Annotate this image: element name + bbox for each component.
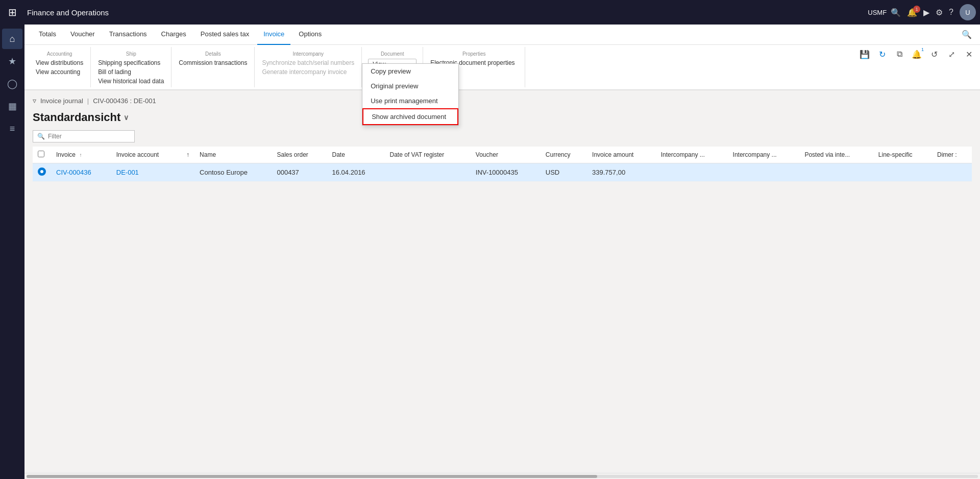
sidebar-item-recent[interactable]: ◯ xyxy=(2,74,22,94)
row-date: 16.04.2016 xyxy=(327,163,385,182)
refresh-toolbar-icon[interactable]: ↻ xyxy=(875,47,889,61)
breadcrumb-value: CIV-000436 : DE-001 xyxy=(93,97,156,105)
row-dimer xyxy=(932,163,972,182)
settings-circles-icon[interactable]: ▶ xyxy=(923,8,929,17)
ribbon-group-document: Document View ⌄ Copy preview Original pr… xyxy=(362,47,423,87)
shipping-specifications-button[interactable]: Shipping specifications xyxy=(97,59,165,67)
table-row[interactable]: CIV-000436 DE-001 Contoso Europe 000437 … xyxy=(33,163,972,182)
grid-menu-icon[interactable]: ⊞ xyxy=(4,2,21,22)
tab-posted-sales-tax[interactable]: Posted sales tax xyxy=(194,25,255,45)
sort-invoice-icon: ↑ xyxy=(79,152,82,158)
table-header-row: Invoice ↑ Invoice account ↑ Name xyxy=(33,147,972,163)
tab-charges[interactable]: Charges xyxy=(155,25,192,45)
sidebar-item-modules[interactable]: ≡ xyxy=(2,118,22,139)
row-invoice-amount: 339.757,00 xyxy=(587,163,656,182)
scroll-track xyxy=(27,475,978,478)
row-name: Contoso Europe xyxy=(194,163,272,182)
notifications-icon[interactable]: 🔔1 xyxy=(907,8,917,17)
filter-icon[interactable]: ▿ xyxy=(33,97,36,105)
filter-input-container: 🔍 xyxy=(33,130,135,142)
row-posted-via xyxy=(799,163,873,182)
col-header-vat-date[interactable]: Date of VAT register xyxy=(385,147,471,163)
row-vat-date xyxy=(385,163,471,182)
scroll-thumb[interactable] xyxy=(27,475,597,478)
commission-transactions-button[interactable]: Commission transactions xyxy=(178,59,248,67)
horizontal-scrollbar[interactable] xyxy=(24,473,980,479)
col-header-invoice[interactable]: Invoice ↑ xyxy=(51,147,111,163)
sidebar-item-favorites[interactable]: ★ xyxy=(2,51,22,71)
gear-icon[interactable]: ⚙ xyxy=(936,8,943,17)
breadcrumb-prefix: Invoice journal xyxy=(40,97,83,105)
col-header-invoice-amount[interactable]: Invoice amount xyxy=(587,147,656,163)
col-header-invoice-account[interactable]: Invoice account xyxy=(111,147,181,163)
save-toolbar-icon[interactable]: 💾 xyxy=(857,47,872,61)
group-title-document: Document xyxy=(368,51,416,57)
document-dropdown-menu: Copy preview Original preview Use print … xyxy=(362,63,459,126)
expand-toolbar-icon[interactable]: ⤢ xyxy=(944,47,959,61)
page-content: ▿ Invoice journal | CIV-000436 : DE-001 … xyxy=(24,90,980,473)
col-header-date[interactable]: Date xyxy=(327,147,385,163)
main-content: Totals Voucher Transactions Charges Post… xyxy=(24,25,980,479)
username-label: USMF xyxy=(868,9,887,16)
col-header-dimer[interactable]: Dimer : xyxy=(932,147,972,163)
app-title: Finance and Operations xyxy=(21,8,115,17)
page-title: Standardansicht ∨ xyxy=(33,111,972,124)
group-title-accounting: Accounting xyxy=(35,51,84,57)
notifications-toolbar-icon[interactable]: 🔔1 xyxy=(910,47,924,61)
row-sales-order: 000437 xyxy=(272,163,327,182)
group-items-accounting: View distributions View accounting xyxy=(35,59,84,85)
copy-preview-item[interactable]: Copy preview xyxy=(362,64,458,79)
group-items-document: View ⌄ Copy preview Original preview Use… xyxy=(368,59,416,85)
row-invoice[interactable]: CIV-000436 xyxy=(51,163,111,182)
col-header-intercompany2[interactable]: Intercompany ... xyxy=(728,147,800,163)
help-icon[interactable]: ? xyxy=(949,8,953,17)
close-toolbar-icon[interactable]: ✕ xyxy=(962,47,976,61)
row-invoice-account[interactable]: DE-001 xyxy=(111,163,181,182)
tab-transactions[interactable]: Transactions xyxy=(103,25,153,45)
tab-invoice[interactable]: Invoice xyxy=(257,25,290,45)
open-new-toolbar-icon[interactable]: ⧉ xyxy=(892,47,906,61)
page-title-text: Standardansicht xyxy=(33,111,120,124)
col-header-intercompany1[interactable]: Intercompany ... xyxy=(656,147,728,163)
view-accounting-button[interactable]: View accounting xyxy=(35,68,84,76)
col-header-sales-order[interactable]: Sales order xyxy=(272,147,327,163)
view-historical-load-data-button[interactable]: View historical load data xyxy=(97,77,165,85)
group-title-details: Details xyxy=(178,51,248,57)
group-items-intercompany: Synchronize batch/serial numbers Generat… xyxy=(261,59,355,85)
sync-batch-serial-button[interactable]: Synchronize batch/serial numbers xyxy=(261,59,355,67)
ribbon-search-icon[interactable]: 🔍 xyxy=(962,30,972,39)
reload-toolbar-icon[interactable]: ↺ xyxy=(927,47,941,61)
ribbon-group-details: Details Commission transactions xyxy=(172,47,255,87)
col-header-currency[interactable]: Currency xyxy=(541,147,587,163)
row-radio-button[interactable] xyxy=(38,167,46,176)
tab-options[interactable]: Options xyxy=(292,25,328,45)
col-header-name[interactable]: Name xyxy=(194,147,272,163)
group-items-ship: Shipping specifications Bill of lading V… xyxy=(97,59,165,85)
col-header-sort: ↑ xyxy=(181,147,194,163)
ribbon-tabs: Totals Voucher Transactions Charges Post… xyxy=(24,25,980,45)
col-header-posted-via[interactable]: Posted via inte... xyxy=(799,147,873,163)
title-dropdown-icon[interactable]: ∨ xyxy=(124,113,129,122)
use-print-management-item[interactable]: Use print management xyxy=(362,93,458,108)
tab-voucher[interactable]: Voucher xyxy=(64,25,101,45)
sidebar-item-workspaces[interactable]: ▦ xyxy=(2,96,22,116)
row-intercompany2 xyxy=(728,163,800,182)
filter-bar: 🔍 xyxy=(33,130,972,142)
col-header-line-specific[interactable]: Line-specific xyxy=(873,147,932,163)
avatar[interactable]: U xyxy=(960,4,976,20)
sidebar-item-home[interactable]: ⌂ xyxy=(2,29,22,49)
ribbon-groups: Accounting View distributions View accou… xyxy=(24,45,980,90)
row-voucher: INV-10000435 xyxy=(471,163,541,182)
tab-totals[interactable]: Totals xyxy=(33,25,62,45)
bill-of-lading-button[interactable]: Bill of lading xyxy=(97,68,165,76)
view-distributions-button[interactable]: View distributions xyxy=(35,59,84,67)
show-archived-document-item[interactable]: Show archived document xyxy=(362,108,458,125)
filter-input[interactable] xyxy=(48,133,130,140)
col-header-checkbox xyxy=(33,147,51,163)
row-radio-cell xyxy=(33,163,51,182)
select-all-checkbox[interactable] xyxy=(38,151,44,157)
col-header-voucher[interactable]: Voucher xyxy=(471,147,541,163)
search-icon[interactable]: 🔍 xyxy=(891,8,901,17)
generate-intercompany-invoice-button[interactable]: Generate intercompany invoice xyxy=(261,68,355,76)
original-preview-item[interactable]: Original preview xyxy=(362,79,458,93)
